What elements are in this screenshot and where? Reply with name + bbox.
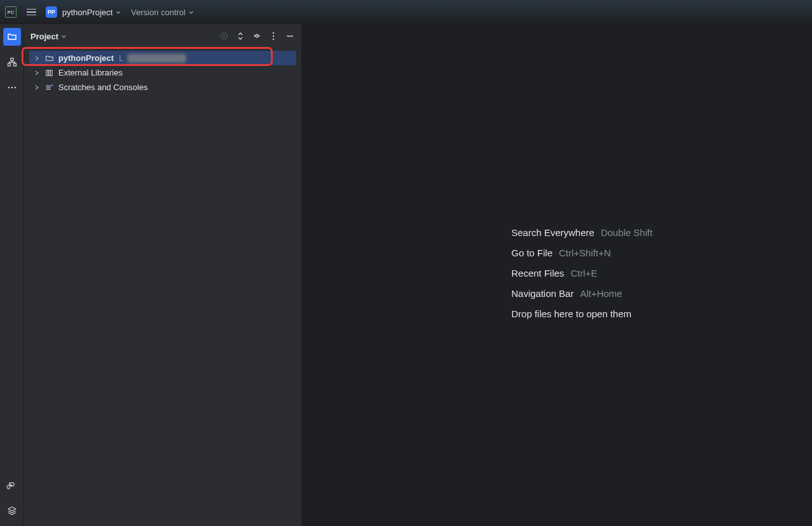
hint-label: Go to File: [511, 247, 553, 258]
svg-point-10: [273, 36, 274, 37]
hint-label: Search Everywhere: [511, 227, 594, 238]
services-button[interactable]: [3, 502, 21, 520]
chevron-right-icon: [33, 85, 41, 90]
vcs-dropdown[interactable]: Version control: [131, 8, 194, 17]
app-icon: PC: [5, 6, 16, 18]
editor-hints: Search Everywhere Double Shift Go to Fil…: [511, 227, 653, 329]
svg-point-4: [11, 87, 13, 89]
scratches-icon: [44, 83, 55, 92]
tree-node-name: pythonProject: [58, 53, 114, 63]
project-view-selector[interactable]: Project: [30, 32, 67, 41]
hint-shortcut: Ctrl+E: [570, 268, 597, 279]
hint-label: Recent Files: [511, 268, 564, 279]
svg-point-6: [10, 483, 10, 483]
hint-drop-files: Drop files here to open them: [511, 308, 653, 319]
chevron-down-icon: [61, 34, 67, 39]
project-badge: PP: [46, 6, 57, 18]
panel-title-text: Project: [30, 32, 58, 41]
titlebar: PC PP pythonProject Version control: [0, 0, 812, 24]
hint-label: Navigation Bar: [511, 288, 573, 299]
tree-node-label: Scratches and Consoles: [58, 82, 148, 92]
project-panel-header: Project: [24, 24, 301, 48]
svg-rect-2: [13, 63, 16, 66]
project-dropdown[interactable]: pythonProject: [62, 8, 121, 17]
hint-go-to-file[interactable]: Go to File Ctrl+Shift+N: [511, 247, 653, 258]
svg-point-9: [273, 32, 274, 34]
svg-rect-1: [8, 63, 10, 66]
hint-navigation-bar[interactable]: Navigation Bar Alt+Home: [511, 288, 653, 299]
structure-tool-button[interactable]: [3, 53, 21, 71]
svg-point-5: [14, 87, 16, 89]
svg-point-11: [273, 39, 274, 40]
more-tool-button[interactable]: [3, 79, 21, 96]
project-name: pythonProject: [62, 8, 113, 17]
hint-shortcut: Ctrl+Shift+N: [559, 247, 611, 258]
vcs-label: Version control: [131, 8, 186, 17]
main-menu-button[interactable]: [24, 5, 38, 19]
chevron-down-icon: [188, 10, 194, 15]
folder-icon: [44, 54, 55, 63]
library-icon: [44, 69, 55, 77]
chevron-right-icon: [33, 70, 41, 76]
svg-point-3: [8, 87, 10, 89]
editor-empty-area[interactable]: Search Everywhere Double Shift Go to Fil…: [302, 24, 812, 526]
hint-shortcut: Alt+Home: [580, 288, 622, 299]
svg-rect-12: [46, 70, 48, 76]
tree-node-scratches[interactable]: Scratches and Consoles: [29, 80, 296, 95]
svg-rect-13: [48, 70, 50, 76]
hint-search-everywhere[interactable]: Search Everywhere Double Shift: [511, 227, 653, 238]
chevron-down-icon: [115, 10, 121, 15]
svg-rect-14: [51, 70, 53, 76]
chevron-right-icon: [33, 56, 41, 61]
redacted-path: [128, 54, 186, 63]
tree-node-external-libraries[interactable]: External Libraries: [29, 65, 296, 80]
hint-shortcut: Double Shift: [601, 227, 653, 238]
hint-recent-files[interactable]: Recent Files Ctrl+E: [511, 268, 653, 279]
select-opened-file-button[interactable]: [219, 31, 229, 41]
collapse-all-button[interactable]: [252, 31, 262, 41]
project-panel: Project: [24, 24, 302, 526]
tree-node-path-prefix: L: [119, 53, 123, 63]
svg-point-8: [223, 36, 225, 37]
panel-options-button[interactable]: [268, 31, 278, 41]
expand-collapse-button[interactable]: [235, 31, 246, 41]
hide-panel-button[interactable]: [285, 31, 295, 41]
svg-rect-0: [11, 58, 13, 61]
tree-node-project-root[interactable]: pythonProject L: [29, 51, 296, 65]
project-tool-button[interactable]: [3, 28, 21, 46]
svg-point-15: [51, 84, 53, 86]
left-toolbar: [0, 24, 24, 526]
python-console-button[interactable]: [3, 478, 21, 496]
project-tree: pythonProject L External Libraries: [24, 48, 301, 97]
tree-node-label: External Libraries: [58, 68, 122, 77]
hint-label: Drop files here to open them: [511, 308, 631, 319]
